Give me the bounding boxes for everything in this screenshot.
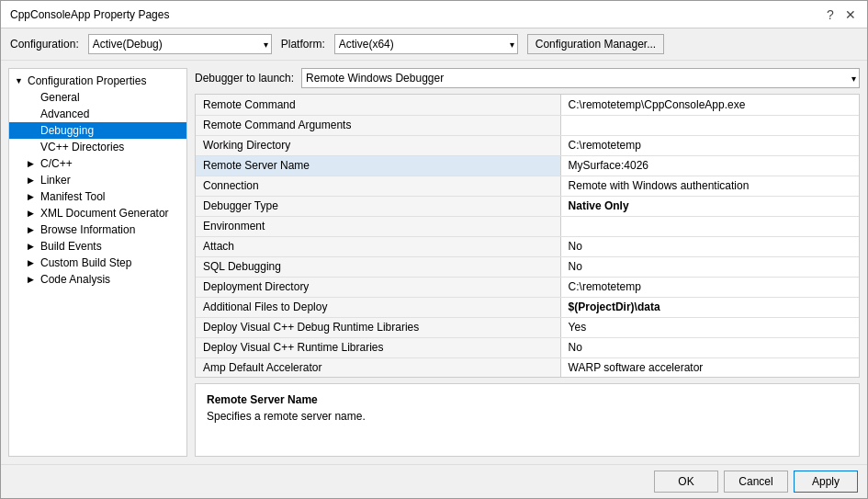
property-name: Attach <box>196 236 560 256</box>
configuration-select-wrapper: Active(Debug) <box>88 34 272 54</box>
properties-table: Remote CommandC:\remotetemp\CppConsoleAp… <box>196 95 859 378</box>
platform-select[interactable]: Active(x64) <box>334 34 518 54</box>
property-value: MySurface:4026 <box>560 155 859 176</box>
property-name: Deploy Visual C++ Runtime Libraries <box>196 337 560 357</box>
tree-item-xml-label: XML Document Generator <box>40 207 169 220</box>
configuration-label: Configuration: <box>10 38 79 51</box>
property-name: Environment <box>196 216 560 236</box>
manifest-expand-icon: ▶ <box>28 192 37 201</box>
tree-item-cpp-label: C/C++ <box>40 157 73 170</box>
right-panel: Debugger to launch: Remote Windows Debug… <box>195 68 860 457</box>
property-value: $(ProjectDir)\data <box>560 297 859 317</box>
table-row[interactable]: Remote Command Arguments <box>196 115 859 135</box>
property-name: Debugger Type <box>196 196 560 216</box>
close-button[interactable]: ✕ <box>843 7 858 22</box>
property-value: C:\remotetemp <box>560 135 859 155</box>
cancel-button[interactable]: Cancel <box>724 471 788 493</box>
tree-item-linker-label: Linker <box>40 174 71 187</box>
tree-item-advanced[interactable]: Advanced <box>9 106 186 122</box>
tree-item-debugging[interactable]: Debugging <box>9 122 186 139</box>
table-row[interactable]: Deploy Visual C++ Runtime LibrariesNo <box>196 337 859 357</box>
property-name: Additional Files to Deploy <box>196 297 560 317</box>
table-row[interactable]: SQL DebuggingNo <box>196 256 859 277</box>
tree-item-browse[interactable]: ▶ Browse Information <box>9 221 186 238</box>
table-row[interactable]: Additional Files to Deploy$(ProjectDir)\… <box>196 297 859 317</box>
tree-item-codeanalysis-label: Code Analysis <box>40 273 110 286</box>
browse-expand-icon: ▶ <box>28 225 37 234</box>
tree-item-custombuild-label: Custom Build Step <box>40 256 131 269</box>
help-button[interactable]: ? <box>823 7 838 22</box>
property-name: Remote Command <box>196 95 560 115</box>
property-value <box>560 115 859 135</box>
debugger-select-wrapper: Remote Windows Debugger <box>301 68 860 88</box>
table-row[interactable]: Environment <box>196 216 859 236</box>
tree-item-buildevents[interactable]: ▶ Build Events <box>9 238 186 255</box>
table-row[interactable]: Deployment DirectoryC:\remotetemp <box>196 277 859 297</box>
tree-item-custombuild[interactable]: ▶ Custom Build Step <box>9 255 186 271</box>
apply-button[interactable]: Apply <box>794 471 858 493</box>
tree-item-xml[interactable]: ▶ XML Document Generator <box>9 205 186 221</box>
buildevents-expand-icon: ▶ <box>28 242 37 251</box>
property-name: Working Directory <box>196 135 560 155</box>
tree-root-item[interactable]: ▼ Configuration Properties <box>9 73 186 89</box>
table-row[interactable]: Debugger TypeNative Only <box>196 196 859 216</box>
properties-table-container: Remote CommandC:\remotetemp\CppConsoleAp… <box>195 94 860 378</box>
tree-item-advanced-label: Advanced <box>40 108 89 120</box>
ok-button[interactable]: OK <box>654 471 718 493</box>
tree-item-general[interactable]: General <box>9 89 186 106</box>
tree-item-codeanalysis[interactable]: ▶ Code Analysis <box>9 271 186 288</box>
info-panel: Remote Server Name Specifies a remote se… <box>195 383 860 457</box>
tree-item-cpp[interactable]: ▶ C/C++ <box>9 155 186 172</box>
table-row[interactable]: Remote Server NameMySurface:4026 <box>196 155 859 176</box>
property-value: No <box>560 337 859 357</box>
property-name: Amp Default Accelerator <box>196 357 560 378</box>
tree-item-general-label: General <box>40 91 80 104</box>
tree-item-linker[interactable]: ▶ Linker <box>9 172 186 188</box>
left-tree-panel: ▼ Configuration Properties General Advan… <box>8 68 187 457</box>
tree-item-debugging-label: Debugging <box>40 124 94 137</box>
debugger-launch-label: Debugger to launch: <box>195 72 294 85</box>
property-value: C:\remotetemp\CppConsoleApp.exe <box>560 95 859 115</box>
dialog-window: CppConsoleApp Property Pages ? ✕ Configu… <box>0 0 868 499</box>
table-row[interactable]: ConnectionRemote with Windows authentica… <box>196 176 859 196</box>
tree-root-label: Configuration Properties <box>28 74 146 87</box>
linker-expand-icon: ▶ <box>28 176 37 185</box>
property-name: Deploy Visual C++ Debug Runtime Librarie… <box>196 317 560 337</box>
property-value: WARP software accelerator <box>560 357 859 378</box>
configuration-select[interactable]: Active(Debug) <box>88 34 272 54</box>
property-name: Remote Command Arguments <box>196 115 560 135</box>
info-panel-title: Remote Server Name <box>207 393 848 406</box>
main-content: ▼ Configuration Properties General Advan… <box>1 61 867 464</box>
custombuild-expand-icon: ▶ <box>28 258 37 267</box>
table-row[interactable]: Working DirectoryC:\remotetemp <box>196 135 859 155</box>
platform-label: Platform: <box>281 38 325 51</box>
property-value: Remote with Windows authentication <box>560 176 859 196</box>
debugger-launch-row: Debugger to launch: Remote Windows Debug… <box>195 68 860 88</box>
table-row[interactable]: AttachNo <box>196 236 859 256</box>
tree-item-vcdirs[interactable]: VC++ Directories <box>9 139 186 155</box>
info-panel-desc: Specifies a remote server name. <box>207 410 848 423</box>
property-name: Connection <box>196 176 560 196</box>
platform-select-wrapper: Active(x64) <box>334 34 518 54</box>
property-name: Deployment Directory <box>196 277 560 297</box>
bottom-buttons: OK Cancel Apply <box>1 464 867 498</box>
debugger-select[interactable]: Remote Windows Debugger <box>301 68 860 88</box>
table-row[interactable]: Deploy Visual C++ Debug Runtime Librarie… <box>196 317 859 337</box>
property-name: SQL Debugging <box>196 256 560 277</box>
configuration-manager-button[interactable]: Configuration Manager... <box>527 34 664 54</box>
table-row[interactable]: Remote CommandC:\remotetemp\CppConsoleAp… <box>196 95 859 115</box>
tree-item-buildevents-label: Build Events <box>40 240 102 253</box>
tree-root: ▼ Configuration Properties General Advan… <box>9 69 186 291</box>
tree-item-vcdirs-label: VC++ Directories <box>40 141 124 153</box>
dialog-title: CppConsoleApp Property Pages <box>10 8 169 21</box>
property-name: Remote Server Name <box>196 155 560 176</box>
property-value: Yes <box>560 317 859 337</box>
xml-expand-icon: ▶ <box>28 209 37 218</box>
property-value: No <box>560 236 859 256</box>
tree-item-browse-label: Browse Information <box>40 223 135 236</box>
tree-item-manifest[interactable]: ▶ Manifest Tool <box>9 188 186 205</box>
property-value: Native Only <box>560 196 859 216</box>
title-bar: CppConsoleApp Property Pages ? ✕ <box>1 1 867 28</box>
root-expand-icon: ▼ <box>15 76 24 85</box>
table-row[interactable]: Amp Default AcceleratorWARP software acc… <box>196 357 859 378</box>
